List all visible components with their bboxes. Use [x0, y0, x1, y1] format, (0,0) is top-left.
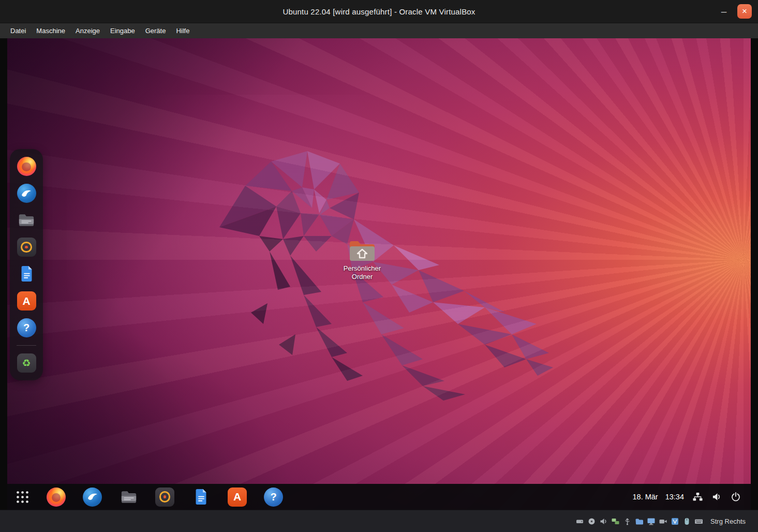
menu-item-hilfe[interactable]: Hilfe [171, 25, 195, 37]
dock: A ? ♻ [10, 149, 43, 380]
panel-item-show-applications[interactable] [16, 490, 29, 504]
virtualbox-window: Ubuntu 22.04 [wird ausgeführt] - Oracle … [0, 0, 758, 532]
bottom-panel: A ? 18. Mär 13:34 [7, 484, 751, 510]
network-icon [693, 492, 703, 501]
hard-disks-status-icon[interactable] [575, 516, 584, 526]
mouse-integration-status-icon[interactable] [682, 516, 691, 526]
help-glyph: ? [270, 491, 276, 503]
vm-display: A ? ♻ Persönlicher Ordner [7, 38, 751, 510]
optical-drives-status-icon[interactable] [587, 516, 596, 526]
app-center-glyph: A [22, 295, 30, 307]
help-glyph: ? [23, 322, 29, 334]
menu-item-geraete[interactable]: Geräte [140, 25, 171, 37]
recording-status-icon[interactable] [658, 516, 667, 526]
thunderbird-icon [87, 491, 98, 503]
panel-item-help[interactable]: ? [264, 487, 283, 507]
window-title: Ubuntu 22.04 [wird ausgeführt] - Oracle … [283, 7, 475, 16]
shared-folders-status-icon[interactable] [634, 516, 644, 526]
dock-item-firefox[interactable] [17, 157, 36, 176]
host-key-label: Strg Rechts [710, 518, 746, 525]
menu-item-datei[interactable]: Datei [5, 25, 31, 37]
files-icon [120, 489, 138, 505]
audio-status-icon[interactable] [599, 516, 608, 526]
close-button[interactable]: × [737, 4, 752, 19]
panel-item-thunderbird[interactable] [83, 487, 102, 507]
minimize-button[interactable]: – [717, 4, 731, 19]
desktop-icon-label: Persönlicher Ordner [337, 264, 387, 282]
display-status-icon[interactable] [646, 516, 656, 526]
menu-item-maschine[interactable]: Maschine [31, 25, 70, 37]
desktop-icon-home[interactable]: Persönlicher Ordner [334, 239, 391, 282]
clock-time: 13:34 [665, 493, 684, 501]
usb-status-icon[interactable] [622, 516, 632, 526]
panel-item-firefox[interactable] [47, 487, 66, 507]
dock-divider [17, 345, 36, 346]
dock-item-app-center[interactable]: A [17, 291, 36, 311]
menu-item-anzeige[interactable]: Anzeige [70, 25, 105, 37]
dock-item-help[interactable]: ? [17, 318, 36, 337]
panel-item-rhythmbox[interactable] [155, 487, 174, 507]
menubar: Datei Maschine Anzeige Eingabe Geräte Hi… [0, 23, 758, 38]
libreoffice-writer-icon [194, 489, 209, 506]
dock-item-thunderbird[interactable] [17, 184, 36, 203]
app-grid-icon [16, 490, 29, 504]
dock-item-files[interactable] [17, 211, 36, 230]
power-icon [731, 492, 740, 501]
dock-item-libreoffice-writer[interactable] [17, 264, 36, 284]
speaker-icon [712, 492, 722, 501]
features-status-icon[interactable] [670, 516, 679, 526]
libreoffice-writer-icon [19, 265, 34, 283]
network-status-icon[interactable] [611, 516, 620, 526]
trash-icon: ♻ [22, 357, 31, 369]
panel-item-libreoffice-writer[interactable] [191, 487, 211, 507]
power-menu[interactable] [730, 491, 741, 503]
files-icon [18, 212, 35, 228]
clock-date: 18. Mär [633, 493, 658, 501]
panel-launchers: A ? [7, 487, 283, 507]
volume-status[interactable] [711, 491, 722, 503]
titlebar[interactable]: Ubuntu 22.04 [wird ausgeführt] - Oracle … [0, 0, 758, 23]
network-status[interactable] [692, 491, 703, 503]
panel-status-area: 18. Mär 13:34 [633, 491, 751, 503]
thunderbird-icon [21, 188, 32, 199]
dock-item-rhythmbox[interactable] [17, 238, 36, 257]
home-folder-icon [349, 239, 376, 262]
window-controls: – × [717, 4, 752, 19]
panel-item-files[interactable] [119, 487, 138, 507]
menu-item-eingabe[interactable]: Eingabe [105, 25, 140, 37]
vbox-statusbar: Strg Rechts [0, 510, 758, 532]
dock-item-trash[interactable]: ♻ [17, 353, 36, 373]
app-center-glyph: A [233, 491, 241, 503]
panel-item-app-center[interactable]: A [228, 487, 247, 507]
keyboard-status-icon[interactable] [694, 516, 703, 526]
panel-clock[interactable]: 18. Mär 13:34 [633, 493, 684, 501]
